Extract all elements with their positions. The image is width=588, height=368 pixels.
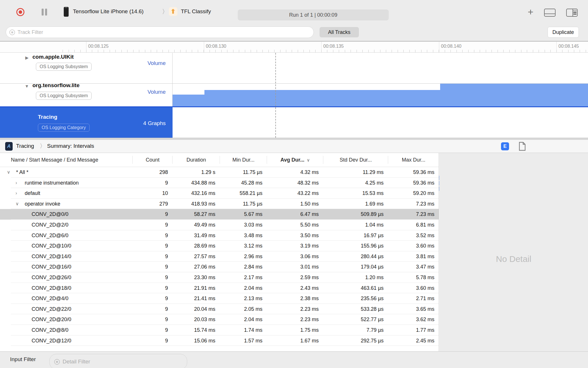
cell-count: 298 [133,167,168,178]
table-row[interactable]: CONV_2D@2/0949.49 ms3.03 ms5.50 ms1.04 m… [0,220,439,230]
ruler-minor-tick [286,50,286,52]
table-row[interactable]: ∨* All *2981.29 s11.75 µs4.32 ms11.29 ms… [0,167,439,178]
ruler-minor-tick [80,50,81,52]
cell-duration: 58.27 ms [173,209,215,220]
document-icon[interactable] [519,142,526,151]
summary-intervals-table: Name / Start Message / End MessageCountD… [0,153,439,351]
row-name: CONV_2D@8/0 [32,325,68,336]
column-header-avg-dur[interactable]: Avg Dur...∨ [267,153,323,167]
ruler-minor-tick [539,50,539,52]
chevron-right-icon: 〉 [40,142,42,149]
row-name: CONV_2D@22/0 [32,304,71,315]
table-row[interactable]: CONV_2D@18/0921.91 ms2.04 ms2.43 ms463.6… [0,283,439,294]
cell-count: 9 [133,262,168,272]
cell-count: 9 [133,272,168,283]
disclosure-triangle-icon[interactable]: ▶ [25,55,29,60]
breadcrumb-detail-view[interactable]: Summary: Intervals [47,143,94,149]
ruler-minor-tick [327,50,327,52]
playhead-dashed-line [275,53,276,138]
filter-icon: ≡ [9,30,15,35]
table-row[interactable]: CONV_2D@8/0915.74 ms1.74 ms1.75 ms7.79 µ… [0,325,439,336]
track-area: ▶ com.apple.UIKit OS Logging Subsystem V… [0,53,588,138]
table-row[interactable]: CONV_2D@26/0923.30 ms2.17 ms2.59 ms1.20 … [0,272,439,283]
cell-count: 10 [133,188,168,199]
table-row[interactable]: CONV_2D@22/0920.04 ms2.05 ms2.23 ms533.2… [0,304,439,315]
ruler-minor-tick [315,50,316,52]
column-header-duration[interactable]: Duration [173,153,220,167]
target-app-name[interactable]: TFL Classify [181,8,211,15]
cell-duration: 27.57 ms [173,251,215,262]
breadcrumb-track[interactable]: Tracing [16,143,34,149]
table-row[interactable]: CONV_2D@0/0958.27 ms5.67 ms6.47 ms509.89… [0,209,439,220]
ruler-minor-tick [274,50,274,52]
row-name: CONV_2D@12/0 [32,336,71,346]
ruler-minor-tick [474,50,474,52]
toggle-bottom-pane-icon[interactable] [544,9,556,17]
track-row-tracing[interactable]: Tracing OS Logging Category 4 Graphs [0,106,588,138]
ruler-minor-tick [492,50,492,52]
add-instrument-button[interactable]: + [525,7,536,17]
track-badge: OS Logging Subsystem [36,92,92,100]
row-disclosure-icon[interactable]: › [16,178,17,188]
table-row[interactable]: CONV_2D@20/0920.03 ms2.04 ms2.23 ms522.7… [0,314,439,325]
ruler-minor-tick [92,50,92,52]
toggle-right-pane-icon[interactable] [566,9,578,17]
cell-avg: 3.50 ms [267,230,319,241]
track-row-uikit[interactable]: ▶ com.apple.UIKit OS Logging Subsystem V… [0,53,588,83]
disclosure-triangle-icon[interactable]: ▼ [25,84,29,89]
cell-avg: 5.50 ms [267,220,319,230]
pause-icon[interactable] [41,8,48,16]
cell-max: 3.60 ms [388,241,434,251]
ruler-minor-tick [521,50,521,52]
cell-max: 59.36 ms [388,167,434,178]
ruler-time-label: 00:08.130 [206,44,226,49]
ruler-minor-tick [115,50,116,52]
cell-stddev: 179.04 µs [323,262,384,272]
cell-stddev: 509.89 µs [323,209,384,220]
device-name[interactable]: Tensorflow Lite iPhone (14.6) [73,8,144,15]
cell-max: 1.77 ms [388,325,434,336]
row-disclosure-icon[interactable]: ∨ [16,199,19,209]
cell-min: 11.75 µs [220,167,262,178]
column-header-min-dur[interactable]: Min Dur... [220,153,267,167]
table-row[interactable]: CONV_2D@6/0931.49 ms3.48 ms3.50 ms16.97 … [0,230,439,241]
table-row[interactable]: CONV_2D@12/0915.06 ms1.57 ms1.67 ms292.7… [0,336,439,346]
record-icon[interactable] [16,8,24,16]
track-row-tensorflow[interactable]: ▼ org.tensorflow.lite OS Logging Subsyst… [0,83,588,106]
cell-min: 558.21 µs [220,188,262,199]
run-status-display[interactable]: Run 1 of 1 | 00:00:09 [238,9,389,20]
row-name: CONV_2D@2/0 [32,220,68,230]
time-ruler[interactable]: 00:08.12500:08.13000:08.13500:08.14000:0… [0,41,588,53]
row-disclosure-icon[interactable]: ∨ [7,167,10,178]
table-row[interactable]: CONV_2D@14/0927.57 ms2.96 ms3.06 ms280.4… [0,251,439,262]
cell-stddev: 292.75 µs [323,336,384,346]
column-header-std-dev-dur[interactable]: Std Dev Dur... [323,153,388,167]
ruler-minor-tick [498,50,498,52]
table-row[interactable]: ›default10432.16 ms558.21 µs43.22 ms15.5… [0,188,439,199]
table-row[interactable]: ∨operator invoke279418.93 ms11.75 µs1.50… [0,199,439,209]
column-header-name[interactable]: Name / Start Message / End Message [0,153,133,167]
all-tracks-button[interactable]: All Tracks [320,27,359,37]
pane-splitter[interactable] [0,138,588,140]
column-header-max-dur[interactable]: Max Dur... [388,153,439,167]
track-head-tensorflow: ▼ org.tensorflow.lite OS Logging Subsyst… [0,84,173,106]
extended-detail-tab[interactable]: E [501,142,509,150]
cell-min: 45.28 ms [220,178,262,188]
row-disclosure-icon[interactable]: › [16,188,17,199]
detail-filter-input[interactable]: ≡ Detail Filter [49,354,187,368]
cell-max: 6.81 ms [388,220,434,230]
cell-duration: 23.30 ms [173,272,215,283]
ruler-minor-tick [186,50,186,52]
instrument-icon: A [5,142,13,151]
cell-avg: 1.50 ms [267,199,319,209]
table-row[interactable]: CONV_2D@16/0927.06 ms2.84 ms3.01 ms179.0… [0,262,439,272]
track-filter-input[interactable]: ≡ Track Filter [6,26,314,38]
table-row[interactable]: ›runtime instrumentation9434.88 ms45.28 … [0,178,439,188]
duplicate-button[interactable]: Duplicate [548,27,579,38]
table-row[interactable]: CONV_2D@4/0921.41 ms2.13 ms2.38 ms235.56… [0,293,439,304]
row-name: runtime instrumentation [25,178,79,188]
ruler-minor-tick [509,50,510,52]
table-row[interactable]: CONV_2D@10/0928.69 ms3.12 ms3.19 ms155.9… [0,241,439,251]
ruler-minor-tick [550,50,551,52]
column-header-count[interactable]: Count [133,153,173,167]
